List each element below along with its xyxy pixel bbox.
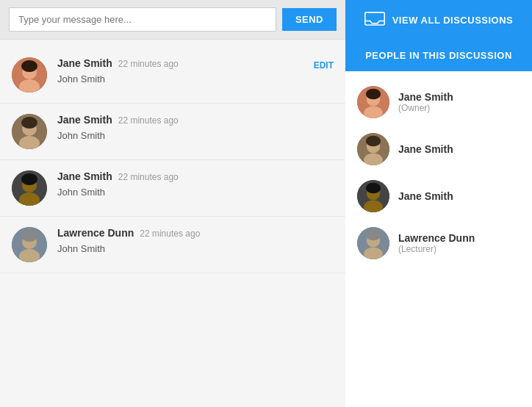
message-text: John Smith [57, 243, 334, 254]
person-item: Jane Smith [345, 126, 532, 173]
person-avatar [357, 227, 389, 259]
message-input-bar: SEND [0, 0, 345, 40]
message-time: 22 minutes ago [140, 228, 200, 239]
message-header: Jane Smith 22 minutes ago [57, 114, 334, 126]
person-name: Jane Smith [398, 190, 453, 202]
message-content: Lawrence Dunn 22 minutes ago John Smith [57, 227, 334, 262]
svg-point-3 [21, 60, 37, 72]
messages-list: Jane Smith 22 minutes ago John Smith EDI… [0, 40, 345, 407]
message-time: 22 minutes ago [118, 59, 179, 69]
svg-point-15 [21, 230, 37, 242]
person-item: Jane Smith [345, 173, 532, 220]
view-all-button[interactable]: VIEW ALL DISCUSSIONS [345, 0, 532, 40]
avatar [12, 170, 47, 206]
person-avatar [357, 86, 389, 118]
person-role: (Lecturer) [398, 244, 475, 254]
left-panel: SEND Jane Smith 22 minutes ago John Smit… [0, 0, 345, 407]
avatar [12, 114, 47, 149]
people-section: PEOPLE IN THIS DISCUSSION Jane Smith (Ow… [345, 40, 532, 407]
message-text: John Smith [57, 130, 334, 141]
inbox-icon [364, 12, 385, 28]
message-author: Jane Smith [57, 57, 112, 69]
message-author: Jane Smith [57, 170, 112, 182]
message-content: Jane Smith 22 minutes ago John Smith [57, 170, 334, 206]
message-header: Jane Smith 22 minutes ago [57, 170, 334, 182]
send-button[interactable]: SEND [282, 8, 337, 31]
avatar [12, 57, 47, 93]
right-panel: VIEW ALL DISCUSSIONS PEOPLE IN THIS DISC… [345, 0, 532, 407]
people-header: PEOPLE IN THIS DISCUSSION [345, 40, 532, 71]
message-content: Jane Smith 22 minutes ago John Smith [57, 57, 334, 93]
person-info: Jane Smith (Owner) [398, 91, 453, 113]
message-item: Lawrence Dunn 22 minutes ago John Smith [0, 217, 345, 273]
edit-link[interactable]: EDIT [314, 60, 334, 71]
message-header: Lawrence Dunn 22 minutes ago [57, 227, 334, 239]
person-name: Lawrence Dunn [398, 232, 475, 244]
message-content: Jane Smith 22 minutes ago John Smith [57, 114, 334, 149]
svg-point-11 [21, 173, 37, 185]
person-item: Lawrence Dunn (Lecturer) [345, 220, 532, 267]
person-avatar [357, 180, 389, 212]
person-role: (Owner) [398, 103, 453, 113]
svg-point-7 [21, 117, 37, 129]
svg-point-28 [366, 183, 381, 194]
message-item: Jane Smith 22 minutes ago John Smith [0, 104, 345, 160]
avatar [12, 227, 47, 262]
message-author: Jane Smith [57, 114, 112, 126]
message-time: 22 minutes ago [118, 115, 179, 126]
message-time: 22 minutes ago [118, 172, 179, 182]
person-info: Jane Smith [398, 190, 453, 202]
person-info: Lawrence Dunn (Lecturer) [398, 232, 475, 254]
svg-point-24 [366, 136, 381, 147]
people-list: Jane Smith (Owner) Jane Smith Jane Smith [345, 71, 532, 407]
message-item: Jane Smith 22 minutes ago John Smith EDI… [0, 47, 345, 104]
message-input[interactable] [9, 7, 276, 32]
svg-point-20 [366, 89, 381, 100]
view-all-label: VIEW ALL DISCUSSIONS [392, 15, 514, 26]
person-avatar [357, 133, 389, 165]
message-author: Lawrence Dunn [57, 227, 134, 239]
message-text: John Smith [57, 187, 334, 198]
message-header: Jane Smith 22 minutes ago [57, 57, 334, 69]
message-text: John Smith [57, 73, 334, 84]
svg-point-32 [366, 230, 381, 241]
person-info: Jane Smith [398, 143, 453, 155]
message-item: Jane Smith 22 minutes ago John Smith [0, 160, 345, 217]
person-name: Jane Smith [398, 91, 453, 103]
person-name: Jane Smith [398, 143, 453, 155]
person-item: Jane Smith (Owner) [345, 79, 532, 126]
